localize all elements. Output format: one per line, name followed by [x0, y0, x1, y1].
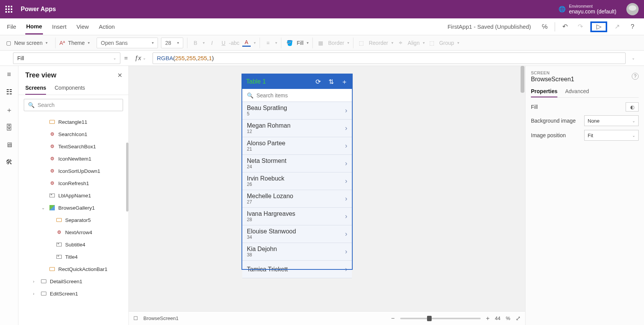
share-icon[interactable]: ↗ [612, 21, 623, 32]
tree-node[interactable]: LblAppName1 [18, 189, 128, 202]
tree-node[interactable]: ⌄BrowseGallery1 [18, 202, 128, 214]
chevron-right-icon[interactable]: › [345, 107, 347, 115]
underline-icon[interactable]: U [219, 40, 228, 46]
app-checker-icon[interactable]: ℅ [539, 21, 550, 32]
chevron-right-icon[interactable]: › [345, 265, 347, 273]
menu-file[interactable]: File [6, 20, 17, 34]
zoom-slider[interactable] [400, 318, 481, 319]
border-icon[interactable]: ▦ [317, 40, 325, 46]
tree-node[interactable]: ⚙TextSearchBox1 [18, 140, 128, 153]
tree-node[interactable]: ⚙IconSortUpDown1 [18, 165, 128, 177]
zoom-out-icon[interactable]: − [391, 315, 394, 322]
formula-expand-icon[interactable]: ⌄ [632, 56, 635, 60]
formula-input[interactable]: RGBA(255, 255, 255, 1) [153, 53, 626, 64]
chevron-right-icon[interactable]: › [345, 195, 347, 203]
tree-view-icon[interactable]: ☷ [4, 88, 15, 96]
fit-screen-icon[interactable]: ⤢ [516, 315, 521, 322]
close-icon[interactable]: ✕ [117, 72, 122, 79]
menu-action[interactable]: Action [98, 20, 116, 34]
gallery-row[interactable]: Megan Rohman12› [242, 120, 352, 137]
add-icon[interactable]: ＋ [340, 77, 348, 86]
chevron-down-icon[interactable]: ▾ [46, 41, 48, 45]
group-icon[interactable]: ⬚ [428, 40, 436, 46]
tree-node[interactable]: Rectangle11 [18, 116, 128, 128]
gallery-row[interactable]: Tamica Trickett› [242, 261, 352, 278]
imagepos-select[interactable]: Fit⌄ [584, 130, 639, 141]
menu-view[interactable]: View [76, 20, 89, 34]
fx-icon[interactable]: ƒx ⌄ [131, 55, 149, 62]
preview-play-icon[interactable]: ▷ [590, 21, 607, 32]
zoom-in-icon[interactable]: + [486, 315, 490, 322]
canvas-scrollbar[interactable] [520, 66, 525, 311]
tree-node[interactable]: ⚙IconRefresh1 [18, 177, 128, 189]
chevron-down-icon[interactable]: ▾ [88, 41, 90, 45]
font-select[interactable]: Open Sans▾ [97, 38, 158, 48]
canvas[interactable]: Table 1 ⟳ ⇅ ＋ 🔍 Search items Beau Spratl… [129, 66, 525, 325]
data-icon[interactable]: 🗄 [4, 124, 15, 132]
info-icon[interactable]: ? [632, 73, 639, 80]
waffle-icon[interactable] [5, 6, 12, 13]
gallery-row[interactable]: Alonso Partee21› [242, 137, 352, 155]
tree-node[interactable]: ›DetailScreen1 [18, 275, 128, 287]
chevron-right-icon[interactable]: › [345, 177, 347, 185]
tree-node[interactable]: ›EditScreen1 [18, 287, 128, 300]
text-align-icon[interactable]: ≡ [264, 40, 272, 46]
chevron-right-icon[interactable]: › [345, 230, 347, 238]
screen-checkbox[interactable]: ☐ [133, 315, 138, 321]
gallery-row[interactable]: Neta Storment24› [242, 155, 352, 172]
align-icon[interactable]: ⫩ [396, 40, 405, 46]
tree-tab-components[interactable]: Components [54, 82, 85, 95]
help-icon[interactable]: ? [627, 21, 638, 32]
chevron-right-icon[interactable]: › [345, 212, 347, 220]
fill-color-swatch[interactable]: ◐ [626, 102, 639, 112]
fill-button[interactable]: Fill [297, 40, 304, 46]
tree-scrollbar[interactable] [126, 143, 128, 212]
tree-node[interactable]: ⚙NextArrow4 [18, 226, 128, 238]
align-button[interactable]: Align [408, 40, 420, 46]
strike-icon[interactable]: ̵abc [231, 40, 239, 46]
gallery-row[interactable]: Ivana Hargreaves28› [242, 208, 352, 225]
tree-node[interactable]: ⚙SearchIcon1 [18, 128, 128, 140]
tree-node[interactable]: RectQuickActionBar1 [18, 263, 128, 275]
gallery-row[interactable]: Beau Spratling5› [242, 102, 352, 120]
gallery-row[interactable]: Mechelle Lozano27› [242, 190, 352, 208]
menu-insert[interactable]: Insert [51, 20, 67, 34]
environment-block[interactable]: Environment enayu.com (default) [569, 4, 616, 15]
group-button[interactable]: Group [439, 40, 454, 46]
chevron-right-icon[interactable]: › [345, 248, 347, 256]
tree-node[interactable]: ⚙IconNewItem1 [18, 153, 128, 165]
props-tab-advanced[interactable]: Advanced [565, 86, 589, 97]
app-search-input[interactable]: 🔍 Search items [242, 89, 352, 102]
gallery-row[interactable]: Kia Dejohn38› [242, 243, 352, 261]
user-avatar[interactable] [626, 3, 639, 15]
insert-plus-icon[interactable]: ＋ [4, 105, 15, 115]
reorder-icon[interactable]: ⬚ [357, 40, 366, 46]
bgimage-select[interactable]: None⌄ [584, 115, 639, 126]
theme-button[interactable]: Theme [68, 40, 85, 46]
props-tab-properties[interactable]: Properties [531, 86, 557, 97]
menu-home[interactable]: Home [25, 19, 43, 34]
redo-icon[interactable]: ↷ [575, 21, 586, 32]
bold-icon[interactable]: B [191, 40, 200, 46]
hamburger-icon[interactable]: ≡ [4, 71, 15, 79]
chevron-right-icon[interactable]: › [345, 159, 347, 167]
border-button[interactable]: Border [328, 40, 344, 46]
italic-icon[interactable]: I [208, 40, 216, 46]
refresh-icon[interactable]: ⟳ [314, 78, 322, 86]
chevron-right-icon[interactable]: › [345, 124, 347, 132]
property-select[interactable]: Fill⌄ [13, 53, 120, 64]
gallery-row[interactable]: Irvin Roebuck26› [242, 172, 352, 190]
reorder-button[interactable]: Reorder [369, 40, 388, 46]
font-size-select[interactable]: 28▾ [161, 38, 183, 48]
font-color-icon[interactable]: A [242, 39, 251, 47]
tree-node[interactable]: Separator5 [18, 214, 128, 226]
tree-node[interactable]: Title4 [18, 251, 128, 263]
tree-search-input[interactable]: 🔍 Search [24, 99, 123, 111]
tree-node[interactable]: Subtitle4 [18, 238, 128, 251]
tree-tab-screens[interactable]: Screens [25, 82, 46, 95]
gallery-row[interactable]: Elouise Stanwood34› [242, 225, 352, 243]
media-icon[interactable]: 🖥 [4, 141, 15, 149]
sort-icon[interactable]: ⇅ [327, 78, 335, 86]
chevron-right-icon[interactable]: › [345, 142, 347, 150]
tools-icon[interactable]: 🛠 [4, 158, 15, 166]
